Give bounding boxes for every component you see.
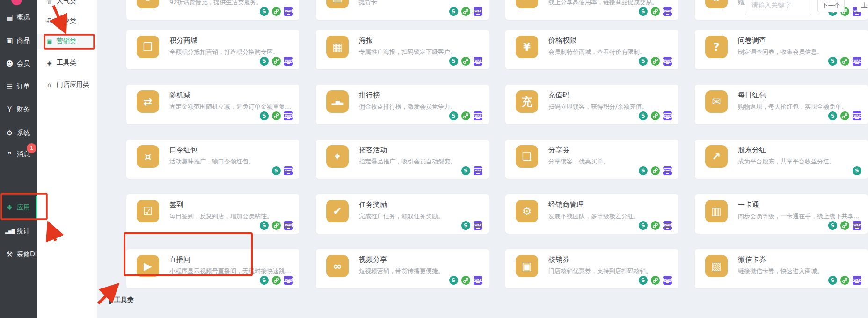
app-card-海报[interactable]: ▦ 海报 专属推广海报，扫码锁定下级客户。 SWAP: [316, 30, 489, 69]
platform-icons: SWAP: [461, 221, 482, 230]
app-card-description: 发展下线团队，多等级极差分红。: [548, 212, 640, 221]
category-item-营销类[interactable]: ▣ 营销类: [37, 34, 97, 49]
sidebar-item-label: 商品: [17, 37, 30, 45]
app-card-description: 专属推广海报，扫码锁定下级客户。: [359, 48, 456, 56]
app-card-title: 经销商管理: [548, 200, 584, 209]
app-card-视频分享[interactable]: ∞ 视频分享 短视频营销，带货传播更便捷。 SWAP: [316, 249, 489, 288]
app-card-经销商管理[interactable]: ⚙ 经销商管理 发展下线团队，多等级极差分红。 SWAP: [505, 194, 678, 234]
app-card-积分商城[interactable]: ❒ 积分商城 全额积分抵扣营销，打造积分换购专区。 SWAP: [126, 30, 299, 69]
app-card-微信卡券[interactable]: ▧ 微信卡券 链接微信卡券，快速进入商城。 SWAP: [695, 249, 868, 288]
miniprogram-icon: S: [460, 220, 471, 231]
app-card-phone-recharge-icon[interactable]: ✆ 92折话费慢充，提供生活类服务。 SWAP: [126, 0, 299, 20]
app-card-share-icon[interactable]: ↗ 线上分享高使用率，链接商品促成交易。 SWAP: [505, 0, 678, 20]
poster-image-icon: ▦: [326, 36, 349, 58]
category-item-label: 人气类: [57, 0, 76, 6]
platform-icons: SWAP: [639, 276, 672, 285]
app-card-description: 线上分享高使用率，链接商品促成交易。: [548, 0, 658, 7]
sidebar-item-系统[interactable]: ⚙ 系统: [0, 125, 37, 141]
gift-ribbon-icon: ✿: [705, 0, 728, 8]
app-card-pickup-card-icon[interactable]: ▤ 提货卡 SWAP: [316, 0, 489, 20]
link-icon: [651, 276, 660, 285]
orders-cart-icon: ☰: [5, 82, 14, 91]
link-icon: [272, 57, 281, 66]
share-icon: ↗: [516, 0, 538, 8]
app-card-价格权限[interactable]: ¥ 价格权限 会员制特价商城，查看特价有限制。 SWAP: [505, 30, 678, 69]
sidebar-item-统计[interactable]: ▂▅▇ 统计: [0, 223, 37, 240]
app-card-随机减[interactable]: ⇄ 随机减 固定金额范围随机立减，避免订单金额重复单... SWAP: [126, 85, 299, 124]
app-card-description: 购物返现，每天抢红包，实现全额免单。: [738, 103, 847, 111]
sidebar-item-应用[interactable]: ❖ 应用: [0, 196, 37, 219]
find-prev-button[interactable]: 上一个: [857, 0, 868, 12]
miniprogram-icon: S: [638, 56, 649, 67]
sidebar-item-会员[interactable]: ☻ 会员: [0, 55, 37, 72]
app-card-分享券[interactable]: ❏ 分享券 分享锁客，优惠买单。 SWAP: [505, 140, 678, 179]
marketing-icon: ▣: [45, 38, 53, 45]
wap-icon: WAP: [474, 221, 482, 230]
pickup-card-icon: ▤: [326, 0, 349, 8]
app-card-每日红包[interactable]: ✉ 每日红包 购物返现，每天抢红包，实现全额免单。 SWAP: [695, 85, 868, 124]
miniprogram-icon: S: [638, 165, 649, 176]
app-card-title: 口令红包: [169, 146, 197, 155]
app-card-拓客活动[interactable]: ✦ 拓客活动 指定爆品推广，吸引会员自动裂变。 SWAP: [316, 140, 489, 179]
platform-icons: SWAP: [461, 166, 482, 175]
app-card-任务奖励[interactable]: ✔ 任务奖励 完成推广任务，领取任务奖励。 SWAP: [316, 194, 489, 234]
platform-icons: SWAP: [828, 111, 861, 120]
wap-icon: WAP: [853, 276, 861, 285]
app-card-签到[interactable]: ☑ 签到 每日签到，反复到店，增加会员粘性。 SWAP: [126, 194, 299, 234]
app-card-description: 每日签到，反复到店，增加会员粘性。: [169, 212, 273, 221]
wap-icon: WAP: [474, 7, 482, 16]
category-item-label: 工具类: [57, 59, 76, 67]
category-item-人气类[interactable]: ♕ 人气类: [37, 0, 97, 9]
app-card-title: 分享券: [548, 146, 569, 155]
app-card-充值码[interactable]: 充 充值码 扫码立即锁客，获得积分/余额充值。 SWAP: [505, 85, 678, 124]
app-card-title: 核销券: [548, 255, 569, 264]
app-card-description: 会员制特价商城，查看特价有限制。: [548, 48, 646, 56]
verify-coupon-icon: ▣: [516, 255, 538, 277]
app-card-股东分红[interactable]: ↗ 股东分红 成为平台股东，共享平台收益分红。 S: [695, 140, 868, 179]
app-card-description: 提货卡: [359, 0, 377, 7]
category-item-工具类[interactable]: ◈ 工具类: [37, 55, 97, 70]
apps-icon: ❖: [5, 203, 14, 212]
sidebar-item-概况[interactable]: ▤ 概况: [0, 9, 37, 26]
category-item-行业类[interactable]: 品 行业类: [37, 14, 97, 29]
miniprogram-icon: S: [827, 220, 838, 231]
miniprogram-icon: S: [259, 220, 270, 231]
wap-icon: WAP: [474, 111, 482, 120]
app-card-问卷调查[interactable]: ? 问卷调查 制定调查问卷，收集会员信息。 SWAP: [695, 30, 868, 69]
app-card-口令红包[interactable]: ¤ 口令红包 活动趣味推广，输口令领红包。 SWAP: [126, 140, 299, 179]
search-input[interactable]: [751, 1, 806, 9]
recharge-code-icon: 充: [516, 90, 538, 113]
system-gear-icon: ⚙: [5, 129, 14, 137]
app-card-一卡通[interactable]: ▥ 一卡通 同步会员等级，一卡通在手，线上线下共享优... SWAP: [695, 194, 868, 234]
link-icon: [461, 276, 470, 285]
app-card-核销券[interactable]: ▣ 核销券 门店核销优惠券，支持到店扫码核销。 SWAP: [505, 249, 678, 288]
platform-icons: SWAP: [260, 111, 293, 120]
find-next-button[interactable]: 下一个: [817, 0, 845, 12]
wap-icon: WAP: [474, 166, 482, 175]
miniprogram-icon: S: [460, 165, 471, 176]
app-card-直播间[interactable]: ▶ 直播间 小程序显示视频号直播间，无缝对接快速跳转。 SWAP: [126, 249, 299, 288]
sitemap-icon: 品: [45, 17, 53, 25]
app-card-description: 固定金额范围随机立减，避免订单金额重复单...: [169, 103, 292, 111]
red-envelope-icon: ✉: [705, 90, 728, 113]
sidebar-item-label: 会员: [17, 59, 30, 68]
finance-icon: ¥: [5, 105, 14, 114]
live-camera-icon: ▶: [137, 255, 159, 277]
sidebar-item-订单[interactable]: ☰ 订单: [0, 78, 37, 95]
link-icon: [840, 276, 849, 285]
sidebar-item-财务[interactable]: ¥ 财务: [0, 101, 37, 118]
sidebar-item-label: 系统: [17, 129, 30, 137]
miniprogram-icon: S: [638, 111, 649, 121]
app-card-description: 分享锁客，优惠买单。: [548, 157, 609, 166]
app-card-title: 海报: [359, 36, 373, 45]
sidebar-item-装修DIY[interactable]: ⚒ 装修DIY: [0, 246, 37, 263]
sidebar-item-商品[interactable]: ▣ 商品: [0, 32, 37, 49]
category-item-门店应用类[interactable]: ⌂ 门店应用类: [37, 77, 97, 92]
app-card-排行榜[interactable]: ▂▅▃ 排行榜 佣金收益排行榜，激发会员竞争力。 SWAP: [316, 85, 489, 124]
app-card-title: 股东分红: [738, 146, 766, 155]
miniprogram-icon: S: [638, 220, 649, 231]
sidebar-item-label: 订单: [17, 82, 30, 91]
platform-icons: SWAP: [260, 7, 293, 16]
platform-icons: SWAP: [828, 221, 861, 230]
app-card-title: 任务奖励: [359, 200, 387, 209]
